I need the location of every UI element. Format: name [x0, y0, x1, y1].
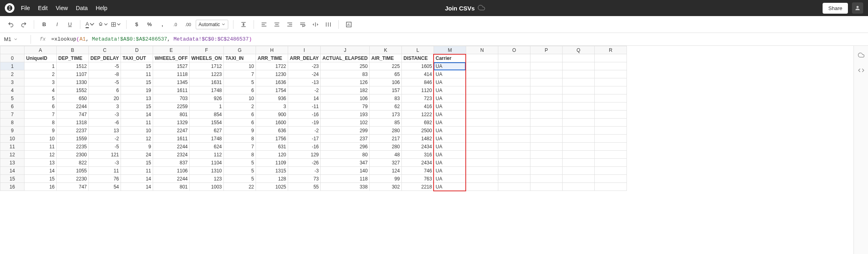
column-header[interactable]: B [57, 46, 89, 54]
cell[interactable]: 11 [89, 167, 121, 175]
cell[interactable]: 9 [224, 127, 256, 135]
cell[interactable]: 1223 [190, 70, 224, 78]
cell[interactable]: UA [434, 94, 466, 102]
cell[interactable]: 1712 [190, 62, 224, 70]
cell[interactable] [466, 119, 498, 127]
cell[interactable] [530, 86, 562, 94]
cell[interactable] [498, 175, 530, 183]
cell[interactable]: 112 [190, 151, 224, 159]
spreadsheet-grid[interactable]: ABCDEFGHIJKLMNOPQR 0UniqueIDDEP_TIMEDEP_… [0, 46, 627, 191]
cell[interactable]: -5 [89, 62, 121, 70]
column-header[interactable]: K [369, 46, 401, 54]
cell[interactable]: 703 [153, 94, 190, 102]
cell[interactable]: 2434 [401, 159, 434, 167]
cell[interactable] [594, 54, 626, 62]
cell[interactable] [594, 159, 626, 167]
cell[interactable]: 102 [321, 119, 370, 127]
cell[interactable] [530, 143, 562, 151]
cell[interactable]: 926 [190, 94, 224, 102]
cell[interactable] [530, 54, 562, 62]
cell[interactable]: 723 [401, 94, 434, 102]
cell[interactable]: 1318 [57, 119, 89, 127]
row-header[interactable]: 12 [0, 151, 25, 159]
column-header[interactable]: H [256, 46, 288, 54]
cell[interactable]: UA [434, 167, 466, 175]
cell[interactable]: 1611 [153, 86, 190, 94]
cell[interactable]: 636 [256, 127, 288, 135]
cell[interactable]: 1107 [57, 70, 89, 78]
cell[interactable]: 1552 [57, 86, 89, 94]
cell[interactable]: 4 [25, 86, 57, 94]
column-header[interactable]: J [321, 46, 370, 54]
cell[interactable]: 6 [224, 86, 256, 94]
cell[interactable]: 14 [288, 94, 321, 102]
cell[interactable]: 13 [25, 159, 57, 167]
cell[interactable]: 1055 [57, 167, 89, 175]
cell[interactable]: 2244 [57, 102, 89, 111]
cell[interactable]: 2218 [401, 183, 434, 191]
cell-reference-box[interactable]: M1 [4, 36, 24, 42]
column-header[interactable]: Q [562, 46, 594, 54]
cell[interactable]: 746 [401, 167, 434, 175]
cell[interactable]: 2230 [57, 175, 89, 183]
undo-button[interactable] [6, 19, 16, 30]
cell[interactable]: -3 [89, 111, 121, 119]
cell[interactable]: 801 [153, 183, 190, 191]
cell[interactable]: 1636 [256, 78, 288, 86]
cell[interactable]: 1330 [57, 78, 89, 86]
cell[interactable]: UA [434, 159, 466, 167]
menu-edit[interactable]: Edit [38, 5, 48, 11]
row-header[interactable]: 10 [0, 135, 25, 143]
cell[interactable]: 1104 [190, 159, 224, 167]
cell[interactable] [466, 159, 498, 167]
cell[interactable]: -19 [288, 119, 321, 127]
cell[interactable]: 12 [25, 151, 57, 159]
fill-color-button[interactable] [98, 19, 108, 30]
cell[interactable] [594, 135, 626, 143]
cell[interactable]: 15 [25, 175, 57, 183]
align-left-button[interactable] [259, 19, 269, 30]
cell[interactable]: UA [434, 78, 466, 86]
cell[interactable] [466, 175, 498, 183]
cell[interactable]: 414 [401, 70, 434, 78]
cell[interactable] [498, 94, 530, 102]
cell[interactable]: -11 [288, 102, 321, 111]
cell[interactable]: 11 [121, 119, 153, 127]
cell[interactable] [594, 78, 626, 86]
cell[interactable] [498, 159, 530, 167]
cell[interactable]: 296 [321, 143, 370, 151]
cell[interactable] [562, 151, 594, 159]
number-format-select[interactable]: Automatic [196, 20, 228, 29]
row-header[interactable]: 8 [0, 119, 25, 127]
cell[interactable]: 11 [25, 143, 57, 151]
cell[interactable]: 76 [89, 175, 121, 183]
cell[interactable]: 280 [369, 143, 401, 151]
cell[interactable]: 1025 [256, 183, 288, 191]
cell[interactable]: 3 [256, 102, 288, 111]
cell[interactable]: 157 [369, 86, 401, 94]
cell[interactable] [530, 102, 562, 111]
cell[interactable]: 11 [121, 70, 153, 78]
overflow-button[interactable] [310, 19, 321, 30]
row-header[interactable]: 16 [0, 183, 25, 191]
cell[interactable]: 65 [369, 70, 401, 78]
cell[interactable] [498, 102, 530, 111]
cell[interactable] [530, 62, 562, 70]
cell[interactable]: 5 [224, 159, 256, 167]
cell[interactable]: 6 [224, 119, 256, 127]
cell[interactable]: 2259 [153, 102, 190, 111]
cell[interactable] [498, 167, 530, 175]
cell[interactable]: 182 [321, 86, 370, 94]
cell[interactable] [562, 94, 594, 102]
cell[interactable] [466, 86, 498, 94]
cell[interactable]: 106 [369, 78, 401, 86]
cell[interactable] [530, 78, 562, 86]
cell[interactable] [530, 94, 562, 102]
cell[interactable] [594, 143, 626, 151]
row-header[interactable]: 6 [0, 102, 25, 111]
cell[interactable] [530, 70, 562, 78]
cell[interactable]: 280 [369, 127, 401, 135]
cell[interactable]: ACTUAL_ELAPSED [321, 54, 370, 62]
cell[interactable]: 10 [25, 135, 57, 143]
cell[interactable] [498, 135, 530, 143]
